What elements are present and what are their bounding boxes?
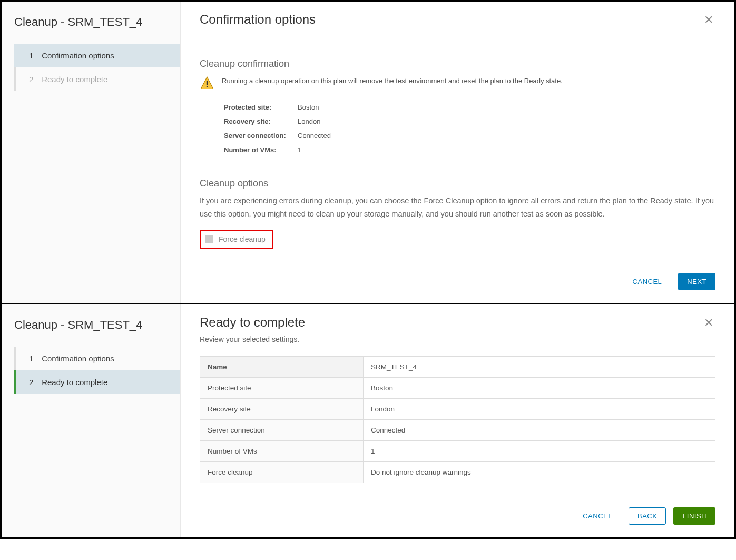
step-label: Ready to complete (42, 75, 107, 84)
section-cleanup-options-title: Cleanup options (200, 178, 715, 189)
section-cleanup-confirmation-title: Cleanup confirmation (200, 58, 715, 70)
table-row: Server connection Connected (200, 419, 715, 440)
row-label: Recovery site (200, 398, 364, 419)
table-row: Recovery site London (200, 398, 715, 419)
sidebar-title: Cleanup - SRM_TEST_4 (2, 313, 180, 347)
info-row-server-connection: Server connection: Connected (224, 129, 715, 143)
info-grid: Protected site: Boston Recovery site: Lo… (224, 100, 715, 157)
info-value: 1 (298, 146, 301, 154)
step-confirmation-options[interactable]: 1 Confirmation options (14, 44, 180, 67)
info-label: Number of VMs: (224, 146, 298, 154)
wizard-sidebar: Cleanup - SRM_TEST_4 1 Confirmation opti… (2, 2, 181, 303)
step-label: Confirmation options (42, 51, 114, 60)
step-confirmation-options[interactable]: 1 Confirmation options (14, 347, 180, 370)
warning-row: Running a cleanup operation on this plan… (200, 75, 715, 93)
step-ready-to-complete[interactable]: 2 Ready to complete (14, 370, 180, 394)
row-value: London (364, 398, 715, 419)
review-table: Name SRM_TEST_4 Protected site Boston Re… (200, 356, 715, 483)
row-label: Server connection (200, 419, 364, 440)
step-number: 1 (29, 51, 40, 60)
info-label: Server connection: (224, 132, 298, 140)
row-label: Number of VMs (200, 440, 364, 461)
svg-rect-1 (207, 86, 208, 87)
table-row: Force cleanup Do not ignore cleanup warn… (200, 461, 715, 483)
back-button[interactable]: BACK (629, 507, 666, 525)
wizard-steps: 1 Confirmation options 2 Ready to comple… (14, 347, 180, 394)
row-value: 1 (364, 440, 715, 461)
info-label: Recovery site: (224, 117, 298, 125)
finish-button[interactable]: FINISH (673, 507, 715, 525)
info-value: Connected (298, 132, 331, 140)
table-row: Name SRM_TEST_4 (200, 356, 715, 377)
page-title: Ready to complete (200, 315, 305, 330)
cancel-button[interactable]: CANCEL (574, 507, 621, 525)
wizard-steps: 1 Confirmation options 2 Ready to comple… (14, 44, 180, 91)
page-subtitle: Review your selected settings. (200, 335, 305, 343)
next-button[interactable]: NEXT (678, 273, 715, 290)
info-row-recovery-site: Recovery site: London (224, 114, 715, 129)
table-row: Number of VMs 1 (200, 440, 715, 461)
page-title: Confirmation options (200, 12, 316, 27)
warning-icon (200, 76, 214, 93)
row-value: SRM_TEST_4 (364, 356, 715, 377)
dialog-ready-to-complete: Cleanup - SRM_TEST_4 1 Confirmation opti… (2, 304, 734, 537)
step-number: 1 (29, 354, 40, 363)
step-number: 2 (29, 75, 40, 84)
row-value: Do not ignore cleanup warnings (364, 461, 715, 483)
info-row-protected-site: Protected site: Boston (224, 100, 715, 114)
cancel-button[interactable]: CANCEL (624, 273, 671, 290)
row-label: Protected site (200, 377, 364, 398)
dialog-footer: CANCEL NEXT (200, 273, 715, 290)
close-icon[interactable]: ✕ (702, 12, 715, 28)
row-label: Force cleanup (200, 461, 364, 483)
step-label: Confirmation options (42, 354, 114, 363)
wizard-sidebar: Cleanup - SRM_TEST_4 1 Confirmation opti… (2, 304, 181, 537)
dialog-footer: CANCEL BACK FINISH (200, 507, 715, 525)
info-value: London (298, 117, 320, 125)
force-cleanup-checkbox[interactable] (205, 235, 213, 243)
close-icon[interactable]: ✕ (702, 315, 715, 331)
force-cleanup-checkbox-row[interactable]: Force cleanup (200, 230, 273, 249)
step-label: Ready to complete (42, 378, 107, 387)
sidebar-title: Cleanup - SRM_TEST_4 (2, 10, 180, 44)
info-label: Protected site: (224, 103, 298, 111)
table-row: Protected site Boston (200, 377, 715, 398)
step-ready-to-complete: 2 Ready to complete (14, 67, 180, 91)
wizard-main: Ready to complete Review your selected s… (181, 304, 734, 537)
dialog-confirmation-options: Cleanup - SRM_TEST_4 1 Confirmation opti… (2, 2, 734, 304)
step-number: 2 (29, 378, 40, 387)
wizard-main: Confirmation options ✕ Cleanup confirmat… (181, 2, 734, 303)
cleanup-options-description: If you are experiencing errors during cl… (200, 194, 715, 221)
info-row-number-of-vms: Number of VMs: 1 (224, 143, 715, 157)
force-cleanup-label: Force cleanup (219, 235, 266, 243)
warning-text: Running a cleanup operation on this plan… (222, 75, 563, 86)
svg-rect-0 (207, 81, 208, 85)
row-label: Name (200, 356, 364, 377)
row-value: Boston (364, 377, 715, 398)
row-value: Connected (364, 419, 715, 440)
info-value: Boston (298, 103, 319, 111)
